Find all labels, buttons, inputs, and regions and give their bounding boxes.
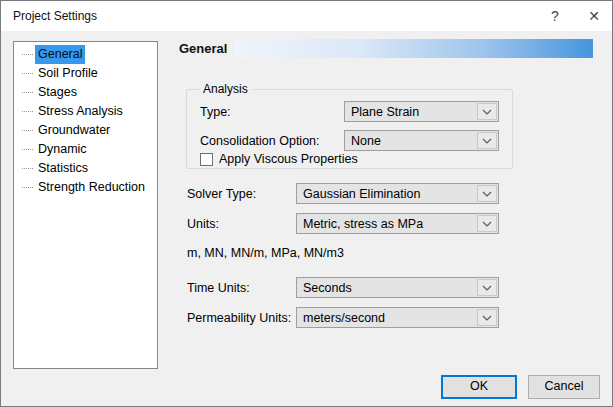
tree-line: [22, 54, 33, 55]
consolidation-option-label: Consolidation Option:: [200, 134, 320, 148]
tree-item-statistics[interactable]: Statistics: [14, 159, 157, 178]
tree-item-soil-profile[interactable]: Soil Profile: [14, 64, 157, 83]
close-icon[interactable]: ✕: [577, 1, 611, 31]
tree-item-stages[interactable]: Stages: [14, 83, 157, 102]
tree-item-dynamic[interactable]: Dynamic: [14, 140, 157, 159]
analysis-type-dropdown[interactable]: Plane Strain: [344, 101, 499, 122]
chevron-down-icon: [477, 215, 497, 232]
tree-item-general[interactable]: General: [14, 45, 157, 64]
type-label: Type:: [200, 105, 231, 119]
settings-tree: General Soil Profile Stages Stress Analy…: [13, 41, 158, 369]
chevron-down-icon: [477, 185, 497, 202]
project-settings-dialog: Project Settings ? ✕ General Soil Profil…: [0, 0, 613, 407]
tree-line: [22, 111, 33, 112]
help-icon[interactable]: ?: [538, 1, 572, 31]
window-title: Project Settings: [13, 1, 97, 31]
titlebar: Project Settings ? ✕: [1, 1, 612, 31]
solver-type-label: Solver Type:: [187, 187, 256, 201]
tree-item-strength-reduction[interactable]: Strength Reduction: [14, 178, 157, 197]
permeability-units-label: Permeability Units:: [187, 311, 291, 325]
header-gradient-band: [234, 39, 593, 58]
time-units-label: Time Units:: [187, 281, 250, 295]
apply-viscous-properties-row: Apply Viscous Properties: [200, 152, 358, 166]
apply-viscous-properties-label: Apply Viscous Properties: [219, 152, 358, 166]
units-description: m, MN, MN/m, MPa, MN/m3: [187, 246, 344, 260]
cancel-button[interactable]: Cancel: [528, 375, 600, 399]
chevron-down-icon: [477, 132, 497, 149]
chevron-down-icon: [477, 103, 497, 120]
units-label: Units:: [187, 217, 219, 231]
chevron-down-icon: [477, 309, 497, 326]
tree-line: [22, 92, 33, 93]
page-title: General: [179, 41, 227, 56]
analysis-groupbox-title: Analysis: [199, 82, 252, 96]
tree-line: [22, 149, 33, 150]
tree-line: [22, 168, 33, 169]
units-dropdown[interactable]: Metric, stress as MPa: [296, 213, 499, 234]
chevron-down-icon: [477, 279, 497, 296]
time-units-dropdown[interactable]: Seconds: [296, 277, 499, 298]
tree-item-stress-analysis[interactable]: Stress Analysis: [14, 102, 157, 121]
solver-type-dropdown[interactable]: Gaussian Elimination: [296, 183, 499, 204]
tree-item-groundwater[interactable]: Groundwater: [14, 121, 157, 140]
consolidation-option-dropdown[interactable]: None: [344, 130, 499, 151]
permeability-units-dropdown[interactable]: meters/second: [296, 307, 499, 328]
tree-line: [22, 130, 33, 131]
tree-line: [22, 187, 33, 188]
tree-line: [22, 73, 33, 74]
apply-viscous-properties-checkbox[interactable]: [200, 153, 213, 166]
ok-button[interactable]: OK: [441, 375, 517, 399]
